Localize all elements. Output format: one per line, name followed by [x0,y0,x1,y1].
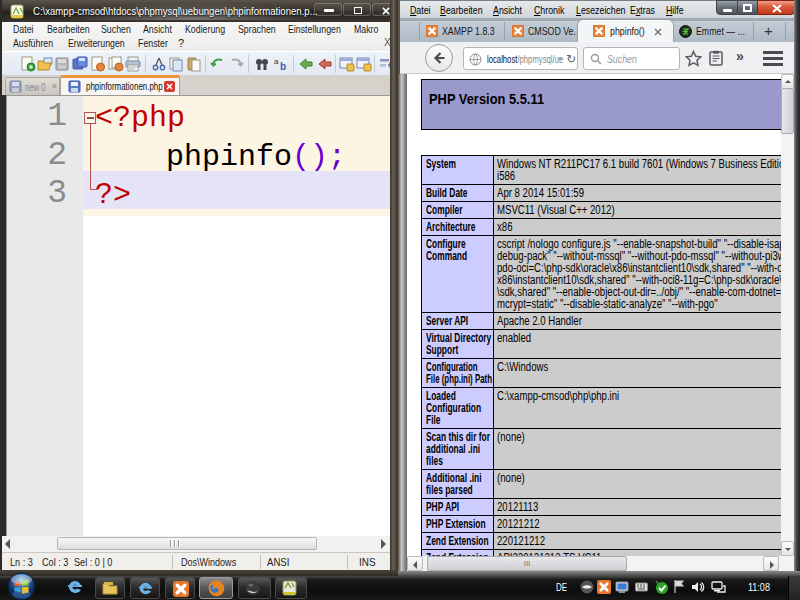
svg-text:b: b [280,61,286,72]
svg-text:a: a [274,57,279,66]
